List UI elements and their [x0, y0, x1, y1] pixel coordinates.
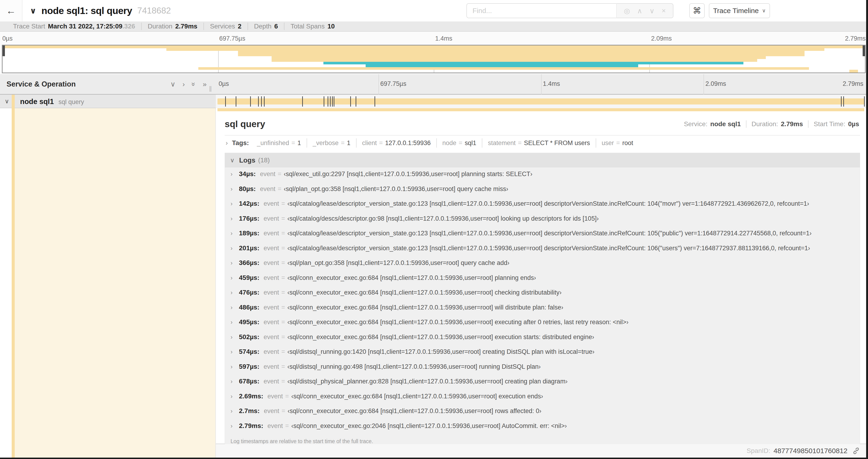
log-field-key: event	[264, 230, 279, 237]
logs-header[interactable]: ∨ Logs (18)	[225, 153, 860, 167]
log-expander-icon[interactable]: ›	[230, 393, 239, 400]
log-expander-icon[interactable]: ›	[230, 215, 239, 222]
logs-expander-icon[interactable]: ∨	[230, 157, 235, 164]
log-row[interactable]: › 201µs: event = ‹sql/catalog/lease/desc…	[225, 244, 860, 259]
collapse-all-icon[interactable]: »	[190, 82, 198, 86]
tag-value: sql1	[465, 139, 476, 147]
column-resizer-grip[interactable]: ||	[209, 85, 211, 92]
log-tick	[334, 96, 334, 107]
log-row[interactable]: › 2.79ms: event = ‹sql/conn_executor_exe…	[225, 422, 860, 437]
log-row[interactable]: › 574µs: event = ‹sql/distsql_running.go…	[225, 348, 860, 363]
log-timestamp: 2.79ms:	[239, 422, 263, 430]
log-expander-icon[interactable]: ›	[230, 422, 239, 430]
viewport-handle-left[interactable]	[3, 45, 5, 56]
log-timestamp: 34µs:	[239, 170, 256, 178]
log-row[interactable]: › 597µs: event = ‹sql/distsql_running.go…	[225, 363, 860, 378]
keyboard-shortcuts-button[interactable]: ⌘	[689, 3, 705, 18]
equals-sign: =	[616, 139, 620, 147]
log-row[interactable]: › 459µs: event = ‹sql/conn_executor_exec…	[225, 274, 860, 289]
log-row[interactable]: › 502µs: event = ‹sql/conn_executor_exec…	[225, 333, 860, 348]
log-expander-icon[interactable]: ›	[230, 186, 239, 193]
equals-sign: =	[281, 259, 285, 267]
log-row[interactable]: › 80µs: event = ‹sql/plan_opt.go:358 [ns…	[225, 185, 860, 200]
log-row[interactable]: › 486µs: event = ‹sql/conn_executor_exec…	[225, 304, 860, 319]
log-field-key: event	[264, 333, 279, 341]
log-row[interactable]: › 176µs: event = ‹sql/catalog/descs/desc…	[225, 215, 860, 230]
log-expander-icon[interactable]: ›	[230, 378, 239, 385]
log-expander-icon[interactable]: ›	[230, 245, 239, 252]
equals-sign: =	[285, 393, 289, 400]
log-timestamp: 476µs:	[239, 289, 259, 296]
title-area: ∨ node sql1: sql query 7418682	[30, 0, 171, 22]
equals-sign: =	[282, 407, 285, 415]
log-expander-icon[interactable]: ›	[230, 348, 239, 355]
clear-search-icon[interactable]: ×	[662, 7, 666, 15]
log-row[interactable]: › 189µs: event = ‹sql/catalog/lease/desc…	[225, 230, 860, 244]
log-row[interactable]: › 34µs: event = ‹sql/exec_util.go:2297 […	[225, 170, 860, 185]
span-collapse-icon[interactable]: ∨	[5, 95, 9, 108]
find-input[interactable]	[466, 3, 616, 18]
log-row[interactable]: › 366µs: event = ‹sql/plan_opt.go:358 [n…	[225, 259, 860, 274]
log-value: ‹sql/conn_executor_exec.go:684 [nsql1,cl…	[287, 289, 562, 296]
log-timestamp: 142µs:	[239, 200, 259, 207]
expand-one-icon[interactable]: ›	[183, 80, 185, 88]
span-row-name-column[interactable]: ∨ node sql1 sql query	[0, 95, 216, 108]
log-tick	[264, 96, 265, 107]
log-row[interactable]: › 2.7ms: event = ‹sql/conn_executor_exec…	[225, 407, 860, 422]
span-service-name: node sql1	[20, 97, 54, 106]
log-timestamp: 502µs:	[239, 333, 259, 341]
log-expander-icon[interactable]: ›	[230, 333, 239, 341]
log-timestamp: 176µs:	[239, 215, 259, 222]
span-id-value: 4877749850101760812	[774, 447, 847, 455]
log-expander-icon[interactable]: ›	[230, 259, 239, 267]
equals-sign: =	[281, 215, 285, 222]
log-row[interactable]: › 678µs: event = ‹sql/distsql_physical_p…	[225, 378, 860, 393]
log-expander-icon[interactable]: ›	[230, 363, 239, 370]
view-selector-button[interactable]: Trace Timeline ∨	[709, 3, 770, 18]
log-tick	[864, 96, 865, 107]
log-field-key: event	[264, 245, 279, 252]
minimap-span	[198, 67, 809, 70]
log-row[interactable]: › 476µs: event = ‹sql/conn_executor_exec…	[225, 289, 860, 304]
log-field-key: event	[260, 170, 275, 178]
tag-item: client = 127.0.0.1:59936	[356, 138, 436, 147]
next-result-icon[interactable]: ∨	[649, 7, 654, 15]
log-row[interactable]: › 495µs: event = ‹sql/conn_executor_exec…	[225, 318, 860, 333]
span-row-timeline[interactable]	[216, 95, 866, 108]
expand-all-icon[interactable]: »	[203, 80, 207, 88]
log-value: ‹sql/catalog/lease/descriptor_version_st…	[287, 200, 809, 207]
log-timestamp: 201µs:	[239, 244, 259, 252]
tags-row[interactable]: › Tags: _unfinished = 1 _verbose = 1	[225, 135, 860, 151]
log-expander-icon[interactable]: ›	[230, 319, 239, 326]
detail-operation-name: sql query	[225, 119, 265, 129]
log-expander-icon[interactable]: ›	[230, 289, 239, 296]
trace-meta-item: Duration 2.79ms	[141, 23, 204, 30]
log-expander-icon[interactable]: ›	[230, 407, 239, 415]
log-expander-icon[interactable]: ›	[230, 200, 239, 207]
prev-result-icon[interactable]: ∧	[637, 7, 642, 15]
viewport-handle-right[interactable]	[863, 45, 865, 56]
log-value: ‹sql/catalog/lease/descriptor_version_st…	[287, 245, 810, 252]
log-row[interactable]: › 2.69ms: event = ‹sql/conn_executor_exe…	[225, 393, 860, 407]
log-field-key: event	[264, 407, 279, 415]
detail-meta-item: Service: node sql1	[679, 120, 746, 128]
equals-sign: =	[281, 319, 285, 326]
log-expander-icon[interactable]: ›	[230, 274, 239, 282]
log-row[interactable]: › 142µs: event = ‹sql/catalog/lease/desc…	[225, 200, 860, 215]
deep-link-button[interactable]	[852, 447, 860, 455]
log-expander-icon[interactable]: ›	[230, 170, 239, 178]
minimap-canvas[interactable]	[2, 45, 866, 73]
collapse-one-icon[interactable]: ∨	[170, 80, 176, 88]
log-expander-icon[interactable]: ›	[230, 304, 239, 311]
log-value: ‹sql/distsql_running.go:498 [nsql1,clien…	[287, 363, 541, 370]
back-button[interactable]: ←	[0, 0, 22, 22]
log-expander-icon[interactable]: ›	[230, 230, 239, 237]
log-value: ‹sql/conn_executor_exec.go:684 [nsql1,cl…	[291, 393, 543, 400]
tags-expander-icon[interactable]: ›	[226, 139, 228, 147]
locate-icon[interactable]: ◎	[624, 7, 630, 15]
ruler-tick-label: 0µs	[219, 80, 229, 88]
title-collapse-icon[interactable]: ∨	[30, 6, 36, 15]
back-icon: ←	[6, 5, 16, 16]
log-value: ‹sql/distsql_running.go:1420 [nsql1,clie…	[287, 348, 594, 355]
log-timestamp: 2.69ms:	[239, 393, 263, 400]
